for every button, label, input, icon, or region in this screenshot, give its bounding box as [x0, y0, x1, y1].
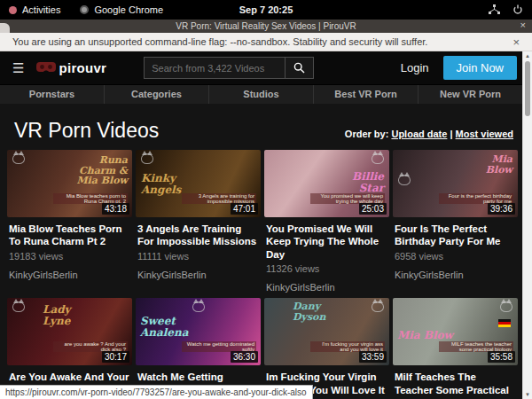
app-name-label: Google Chrome: [94, 4, 163, 15]
studio-logo-icon: [141, 153, 153, 164]
studio-link[interactable]: KinkyGirlsBerlin: [266, 282, 387, 293]
power-icon[interactable]: [512, 4, 523, 15]
system-top-bar: Activities Google Chrome Sep 7 20:25: [0, 0, 532, 20]
video-thumbnail[interactable]: Runa Charm & Mia Blow Mia Blow teaches p…: [7, 150, 132, 217]
warning-close-icon[interactable]: ×: [512, 35, 520, 49]
tab-stub[interactable]: [0, 23, 10, 33]
status-bar-url: https://pirouvr.com/vr-porn-video/779325…: [0, 385, 313, 399]
video-views: 19183 views: [9, 251, 130, 262]
duration-badge: 47:01: [231, 203, 258, 215]
browser-title-bar: VR Porn: Virtual Reality Sex Videos | Pi…: [0, 20, 532, 33]
search-button[interactable]: [286, 57, 314, 79]
video-views: 11111 views: [137, 251, 259, 262]
duration-badge: 30:17: [102, 351, 129, 363]
chrome-app-icon: [80, 5, 89, 14]
duration-badge: 36:30: [231, 351, 258, 363]
video-views: 6958 views: [395, 251, 516, 262]
video-title[interactable]: 3 Angels Are Training For Impossible Mis…: [137, 223, 259, 248]
video-title[interactable]: Four Is The Perfect Birthday Party For M…: [395, 223, 516, 248]
studio-logo-icon: [12, 153, 25, 164]
video-title[interactable]: Mia Blow Teaches Porn To Runa Charm Pt 2: [9, 223, 130, 248]
main-nav: Pornstars Categories Studios Best VR Por…: [0, 84, 522, 104]
sandbox-warning-bar: You are using an unsupported command-lin…: [0, 33, 532, 51]
login-link[interactable]: Login: [401, 61, 429, 74]
logo-text: pirouvr: [59, 60, 106, 75]
search-bar: [144, 57, 314, 79]
screen-record-icon: [9, 6, 17, 14]
video-thumbnail[interactable]: Billie Star You promised we will keep tr…: [264, 150, 389, 217]
activities-label: Activities: [22, 4, 60, 15]
page-title: VR Porn Videos: [14, 119, 159, 143]
video-card[interactable]: Mia Blow Four is the perfect birthday pa…: [393, 150, 518, 293]
order-by-label: Order by:: [345, 129, 389, 139]
thumbnail-overlay-text: Sweet Analena: [140, 316, 199, 338]
studio-logo-icon: [372, 153, 384, 164]
studio-logo-icon: [12, 301, 25, 312]
nav-item-pornstars[interactable]: Pornstars: [0, 85, 105, 104]
page-heading-row: VR Porn Videos Order by: Upload date | M…: [0, 104, 522, 150]
duration-badge: 43:18: [102, 203, 129, 215]
activities-button[interactable]: Activities: [9, 4, 60, 15]
scroll-up-icon[interactable]: ▲: [523, 51, 532, 60]
site-logo[interactable]: pirouvr: [36, 60, 106, 76]
duration-badge: 25:03: [359, 203, 387, 215]
close-tab-icon[interactable]: ×: [520, 20, 526, 30]
order-separator: |: [447, 129, 455, 139]
thumbnail-overlay-text: Runa Charm & Mia Blow: [69, 155, 128, 186]
thumbnail-overlay-text: Kinky Angels: [141, 173, 198, 195]
video-thumbnail[interactable]: Lady Lyne are you awake ? And your dick …: [7, 298, 132, 365]
thumbnail-overlay-text: Dany Dyson: [293, 301, 342, 322]
video-card[interactable]: Billie Star You promised we will keep tr…: [264, 150, 389, 293]
video-thumbnail[interactable]: Kinky Angels 3 Angels are training for i…: [136, 150, 261, 217]
studio-link[interactable]: KinkyGirlsBerlin: [9, 270, 130, 280]
join-now-button[interactable]: Join Now: [443, 56, 517, 80]
studio-logo-icon: [398, 175, 411, 185]
duration-badge: 33:59: [359, 351, 387, 363]
thumbnail-overlay-text: Mia Blow: [465, 154, 512, 175]
scrollbar-thumb[interactable]: [525, 61, 530, 116]
video-thumbnail[interactable]: Dany Dyson I'm fucking your virgin ass a…: [264, 298, 389, 365]
vr-headset-icon: [36, 60, 56, 76]
hamburger-menu-icon[interactable]: ☰: [12, 60, 24, 76]
video-title[interactable]: You Promised We Will Keep Trying The Who…: [266, 223, 387, 261]
video-card[interactable]: Mia Blow MILF teaches the teacher some p…: [393, 298, 518, 399]
video-card[interactable]: Lady Lyne are you awake ? And your dick …: [7, 298, 132, 399]
studio-logo-icon: [500, 301, 512, 312]
order-link-most-viewed[interactable]: Most viewed: [456, 129, 513, 139]
warning-text: You are using an unsupported command-lin…: [12, 36, 427, 47]
search-input[interactable]: [144, 57, 286, 79]
app-menu-button[interactable]: Google Chrome: [80, 4, 163, 15]
video-thumbnail[interactable]: Mia Blow Four is the perfect birthday pa…: [393, 150, 518, 217]
video-title[interactable]: Milf Teaches The Teacher Some Practical …: [395, 371, 516, 399]
video-card[interactable]: Kinky Angels 3 Angels are training for i…: [136, 150, 261, 293]
nav-item-categories[interactable]: Categories: [105, 85, 209, 104]
scrollbar[interactable]: ▲ ▼: [522, 51, 532, 399]
video-card[interactable]: Runa Charm & Mia Blow Mia Blow teaches p…: [7, 150, 132, 293]
studio-link[interactable]: KinkyGirlsBerlin: [395, 270, 516, 280]
video-card[interactable]: Sweet Analena Watch me getting dominated…: [136, 298, 261, 399]
site-header: ☰ pirouvr Login Join Now: [0, 51, 522, 84]
german-flag-icon: [498, 319, 511, 327]
order-link-upload-date[interactable]: Upload date: [391, 129, 447, 139]
nav-item-best-vr-porn[interactable]: Best VR Porn: [314, 85, 419, 104]
scroll-down-icon[interactable]: ▼: [523, 390, 532, 399]
window-title: VR Porn: Virtual Reality Sex Videos | Pi…: [176, 21, 356, 31]
thumbnail-overlay-text: Lady Lyne: [43, 304, 92, 326]
studio-logo-icon: [372, 301, 384, 312]
video-card[interactable]: Dany Dyson I'm fucking your virgin ass a…: [264, 298, 389, 399]
studio-link[interactable]: KinkyGirlsBerlin: [137, 270, 259, 280]
nav-item-studios[interactable]: Studios: [209, 85, 314, 104]
order-by: Order by: Upload date | Most viewed: [345, 129, 513, 139]
clock[interactable]: Sep 7 20:25: [239, 4, 293, 15]
video-views: 11326 views: [266, 263, 387, 274]
page-viewport: ☰ pirouvr Login Join Now Pornstars Categ…: [0, 51, 532, 399]
video-thumbnail[interactable]: Mia Blow MILF teaches the teacher some p…: [393, 298, 518, 365]
video-thumbnail[interactable]: Sweet Analena Watch me getting dominated…: [136, 298, 261, 365]
duration-badge: 35:58: [488, 351, 515, 363]
studio-logo-icon: [192, 301, 205, 312]
network-icon[interactable]: [489, 4, 500, 15]
duration-badge: 39:36: [488, 203, 515, 215]
video-grid: Runa Charm & Mia Blow Mia Blow teaches p…: [0, 150, 522, 399]
thumbnail-overlay-text: Billie Star: [331, 171, 384, 193]
nav-item-new-vr-porn[interactable]: New VR Porn: [419, 85, 522, 104]
